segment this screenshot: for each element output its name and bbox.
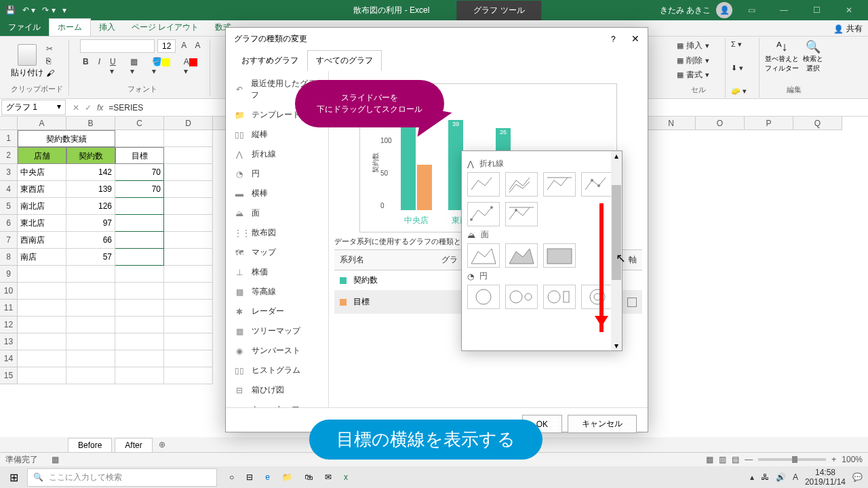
underline-button[interactable]: U ▾ [107, 56, 123, 77]
ime-icon[interactable]: A [793, 472, 798, 482]
row-header[interactable]: 1 [0, 130, 18, 147]
type-surface[interactable]: ▩等高線 [226, 282, 328, 302]
type-histogram[interactable]: ▯▯ヒストグラム [226, 361, 328, 380]
ribbon-opts-icon[interactable]: ▭ [738, 5, 765, 15]
paste-button[interactable]: 貼り付け [11, 44, 43, 79]
copy-icon[interactable]: ⎘ [46, 56, 54, 66]
cell[interactable] [115, 232, 164, 249]
insert-cells-button[interactable]: ▦ 挿入 ▾ [677, 39, 719, 52]
row-header[interactable]: 5 [0, 198, 18, 215]
delete-cells-button[interactable]: ▦ 削除 ▾ [677, 54, 719, 67]
cell[interactable]: 南店 [18, 249, 66, 266]
secondary-axis-checkbox[interactable] [627, 298, 637, 307]
type-bar[interactable]: ▬横棒 [226, 184, 328, 203]
cortana-icon[interactable]: ○ [229, 472, 234, 482]
col-header[interactable]: N [647, 117, 696, 130]
area-100-thumb[interactable] [543, 243, 576, 268]
line-100-markers-thumb[interactable] [505, 202, 538, 226]
page-break-icon[interactable]: ▤ [732, 455, 739, 464]
cell[interactable] [115, 215, 164, 232]
enter-formula-icon[interactable]: ✓ [85, 103, 92, 113]
cell[interactable]: 70 [115, 181, 164, 198]
cell[interactable]: 57 [66, 249, 115, 266]
formula-text[interactable]: =SERIES [108, 103, 143, 113]
scrollbar-thumb[interactable] [612, 185, 621, 280]
taskbar-search[interactable]: 🔍 ここに入力して検索 [27, 468, 217, 487]
autosum-icon[interactable]: Σ ▾ [731, 39, 753, 49]
header-cell[interactable]: 目標 [115, 147, 164, 164]
minimize-icon[interactable]: — [770, 5, 797, 15]
type-line[interactable]: ⋀折れ線 [226, 144, 328, 164]
cancel-formula-icon[interactable]: ✕ [73, 103, 79, 113]
zoom-level[interactable]: 100% [842, 455, 863, 464]
grow-font-icon[interactable]: A [178, 39, 189, 53]
task-view-icon[interactable]: ⊟ [246, 472, 253, 482]
cell-title[interactable]: 契約数実績 [18, 130, 115, 147]
cell[interactable]: 66 [66, 232, 115, 249]
type-radar[interactable]: ✱レーダー [226, 302, 328, 321]
row-header[interactable]: 2 [0, 147, 18, 164]
row-header[interactable]: 11 [0, 300, 18, 317]
bar-of-pie-thumb[interactable] [543, 285, 576, 309]
line-100-thumb[interactable] [543, 172, 576, 197]
type-column[interactable]: ▯▯縦棒 [226, 125, 328, 144]
find-select-button[interactable]: 🔍 検索と 選択 [803, 39, 823, 73]
shrink-font-icon[interactable]: A [192, 39, 203, 53]
cell[interactable]: 東西店 [18, 181, 66, 198]
new-sheet-icon[interactable]: ⊕ [155, 440, 169, 449]
font-family-select[interactable] [80, 39, 155, 53]
cell[interactable]: 126 [66, 198, 115, 215]
row-header[interactable]: 12 [0, 317, 18, 333]
page-layout-icon[interactable]: ▥ [719, 455, 726, 464]
normal-view-icon[interactable]: ▦ [706, 455, 713, 464]
doughnut-thumb[interactable] [581, 285, 614, 309]
type-pie[interactable]: ◔円 [226, 164, 328, 184]
font-color-button[interactable]: A ▾ [181, 56, 204, 77]
cell[interactable]: 70 [115, 164, 164, 181]
col-header[interactable]: P [745, 117, 793, 130]
row-header[interactable]: 4 [0, 181, 18, 198]
fill-down-icon[interactable]: ⬇ ▾ [731, 63, 753, 73]
zoom-slider[interactable] [758, 458, 826, 461]
sheet-tab-before[interactable]: Before [68, 438, 112, 452]
col-header[interactable]: A [18, 117, 66, 130]
cell[interactable]: 142 [66, 164, 115, 181]
type-map[interactable]: 🗺マップ [226, 243, 328, 262]
border-button[interactable]: ▦ ▾ [127, 56, 145, 77]
cell[interactable] [115, 249, 164, 266]
type-scatter[interactable]: ⋮⋮散布図 [226, 223, 328, 243]
tab-all-charts[interactable]: すべてのグラフ [307, 50, 382, 71]
maximize-icon[interactable]: ☐ [803, 5, 830, 15]
macro-record-icon[interactable]: ▦ [52, 455, 59, 464]
zoom-in-icon[interactable]: + [831, 455, 836, 464]
mail-icon[interactable]: ✉ [325, 472, 332, 482]
tab-insert[interactable]: 挿入 [91, 19, 123, 36]
bold-button[interactable]: B [80, 56, 92, 77]
header-cell[interactable]: 店舗 [18, 147, 66, 164]
cell[interactable]: 東北店 [18, 215, 66, 232]
col-header[interactable]: O [696, 117, 745, 130]
notifications-icon[interactable]: 💬 [852, 472, 863, 482]
help-icon[interactable]: ? [611, 35, 616, 44]
italic-button[interactable]: I [96, 56, 103, 77]
tray-chevron-icon[interactable]: ▴ [750, 472, 754, 482]
redo-icon[interactable]: ↷ ▾ [42, 5, 55, 15]
col-header[interactable]: C [115, 117, 164, 130]
cell[interactable]: 139 [66, 181, 115, 198]
volume-icon[interactable]: 🔊 [776, 472, 786, 482]
header-cell[interactable]: 契約数 [66, 147, 115, 164]
network-icon[interactable]: 🖧 [761, 472, 769, 482]
edge-icon[interactable]: e [265, 472, 270, 482]
pie-plain-thumb[interactable] [467, 285, 500, 309]
type-treemap[interactable]: ▦ツリーマップ [226, 321, 328, 341]
col-header[interactable]: B [66, 117, 115, 130]
customize-qat-icon[interactable]: ▾ [62, 5, 66, 15]
font-size-select[interactable]: 12 [157, 39, 176, 53]
sheet-tab-after[interactable]: After [115, 438, 152, 452]
row-header[interactable]: 10 [0, 283, 18, 300]
undo-icon[interactable]: ↶ ▾ [22, 5, 35, 15]
row-header[interactable]: 6 [0, 215, 18, 232]
tab-home[interactable]: ホーム [49, 18, 91, 36]
dialog-close-icon[interactable]: ✕ [631, 33, 639, 44]
store-icon[interactable]: 🛍 [304, 472, 313, 482]
